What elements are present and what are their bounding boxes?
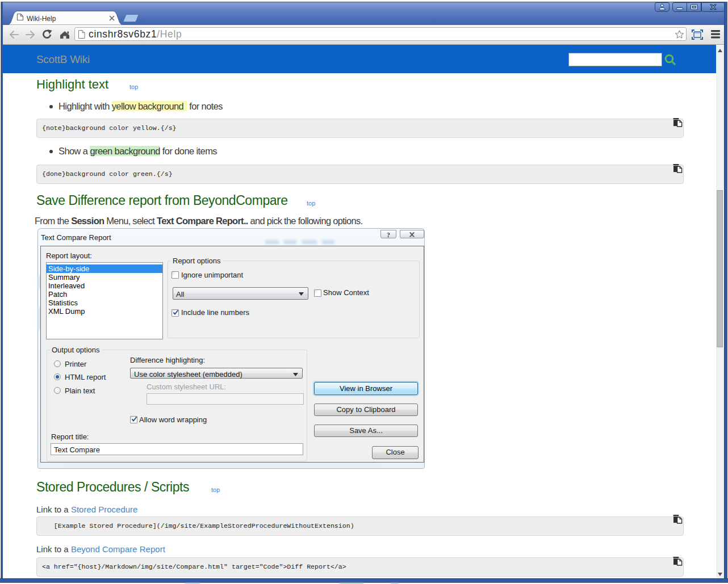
svg-text:?: ? (387, 231, 390, 238)
